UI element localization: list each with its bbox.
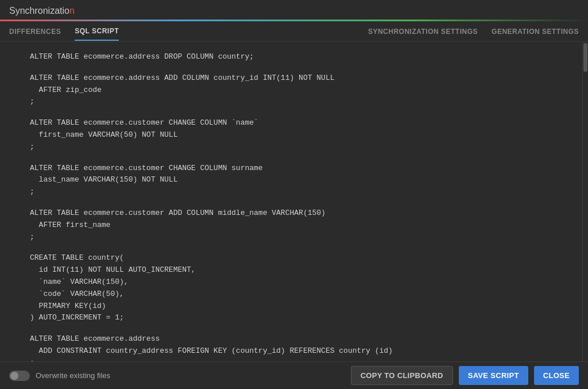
overwrite-label: Overwrite existing files: [36, 371, 110, 380]
code-block-6: CREATE TABLE country( id INT(11) NOT NUL…: [0, 248, 582, 329]
code-block-4: ALTER TABLE ecommerce.customer CHANGE CO…: [0, 158, 582, 203]
code-block-7: ALTER TABLE ecommerce.address ADD CONSTR…: [0, 329, 582, 361]
app-title: Synchronization: [9, 6, 75, 16]
code-area[interactable]: ALTER TABLE ecommerce.address DROP COLUM…: [0, 42, 582, 361]
tab-differences[interactable]: DIFFERENCES: [9, 23, 61, 40]
footer: Overwrite existing files COPY TO CLIPBOA…: [0, 361, 588, 389]
tab-right-group: SYNCHRONIZATION SETTINGS GENERATION SETT…: [368, 28, 579, 36]
tab-bar: DIFFERENCES SQL SCRIPT SYNCHRONIZATION S…: [0, 21, 588, 42]
code-block-5: ALTER TABLE ecommerce.customer ADD COLUM…: [0, 203, 582, 248]
tab-sync-settings[interactable]: SYNCHRONIZATION SETTINGS: [368, 28, 478, 36]
footer-right: COPY TO CLIPBOARD SAVE SCRIPT CLOSE: [351, 366, 579, 385]
main-content: ALTER TABLE ecommerce.address DROP COLUM…: [0, 42, 588, 361]
close-button[interactable]: CLOSE: [534, 366, 579, 385]
tab-sql-script[interactable]: SQL SCRIPT: [75, 22, 119, 41]
tab-left-group: DIFFERENCES SQL SCRIPT: [9, 22, 368, 41]
overwrite-toggle[interactable]: [9, 371, 30, 381]
code-block-3: ALTER TABLE ecommerce.customer CHANGE CO…: [0, 113, 582, 157]
title-bar: Synchronization: [0, 0, 588, 16]
footer-left: Overwrite existing files: [9, 371, 110, 381]
code-block-1: ALTER TABLE ecommerce.address DROP COLUM…: [0, 47, 582, 68]
code-block-2: ALTER TABLE ecommerce.address ADD COLUMN…: [0, 68, 582, 113]
copy-clipboard-button[interactable]: COPY TO CLIPBOARD: [351, 366, 453, 385]
toggle-knob: [10, 372, 18, 380]
tab-gen-settings[interactable]: GENERATION SETTINGS: [492, 28, 579, 36]
scrollbar-thumb[interactable]: [583, 43, 587, 72]
scrollbar-track[interactable]: [582, 42, 588, 361]
save-script-button[interactable]: SAVE SCRIPT: [459, 366, 528, 385]
